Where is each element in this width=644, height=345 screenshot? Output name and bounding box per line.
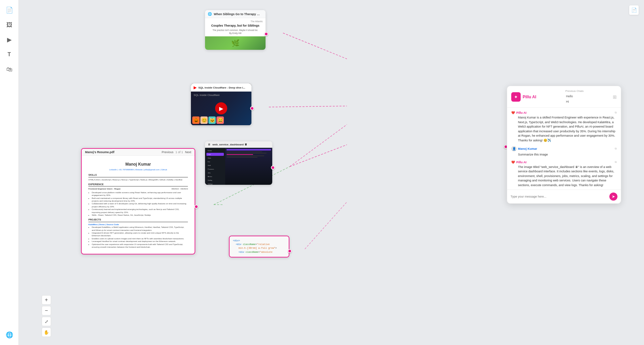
chat-msg2-sender: 👤 Manoj Kumar [511,146,537,151]
manoj-sender-label: Manoj Kumar [518,147,537,150]
article-subtext: The practice isn't common. Maybe it shou… [208,29,263,31]
chat-msg1-header: ❤️ Pillu AI ⧉ [511,111,617,114]
pillu-sender-label: Pillu AI [516,111,526,114]
youtube-icon: ▶ [194,85,197,90]
fit-button[interactable]: ⤢ [42,317,51,326]
dash-item-events: Events [206,149,224,152]
youtube-title: SQL inside Cloudflare - Deep dive i... [198,86,245,89]
resume-content: Manoj Kumar LinkedIn | +91 7879898989 | … [82,156,195,254]
resume-prev-btn[interactable]: Previous [162,150,173,154]
zoom-in-button[interactable]: + [42,295,51,305]
dash-item-logs: Logs [206,153,224,156]
dash-bar1 [227,149,271,150]
dash-line4 [227,156,264,156]
chat-message-1: ❤️ Pillu AI ⧉ Manoj Kumar is a skilled F… [511,111,617,143]
resume-header: Manoj's Resume.pdf Previous 1 of 1 Next [82,149,195,156]
chat-input[interactable] [511,195,607,198]
youtube-card: ▶ SQL inside Cloudflare - Deep dive i...… [191,83,251,125]
dash-line2 [227,153,267,153]
prev-chat-hi[interactable]: Hi [565,99,584,104]
chat-prev-chats-section: Previous Chats Hello Hi [565,90,584,104]
dash-item-provisions: Provisions [206,168,224,171]
svg-line-0 [283,33,347,59]
youtube-thumbnail: SQL inside Cloudflare ▶ 🎃 😊 🐱 😄 [191,92,251,125]
chat-panel: ✦ Pillu AI Previous Chats Hello Hi ⊞ ❤️ … [507,86,621,204]
resume-project1-name: KalaMitra | Demo | Source Code [88,223,188,226]
dashboard-title: web_service_dashboard 🖥 [212,143,247,146]
hand-tool-button[interactable]: ✋ [42,327,51,337]
article-card-title: When Siblings Go to Therapy To... [214,12,261,16]
code-line-3: min-h-[30rem] w-full grow"> [233,246,285,250]
sidebar-icon-text[interactable]: T [3,48,15,61]
svg-line-4 [290,125,347,167]
manoj-avatar: 👤 [511,146,517,151]
sidebar-icon-document[interactable]: 📄 [3,4,15,16]
code-card: <div> <div className="relative min-h-[30… [229,236,289,257]
chat-messages: ❤️ Pillu AI ⧉ Manoj Kumar is a skilled F… [507,108,621,189]
chat-message-3: ❤️ Pillu AI ⧉ The image titled "web_serv… [511,161,617,188]
dash-item-metrics: Metrics [206,175,224,178]
article-card-content: The Atlantic Couples Therapy, but for Si… [205,18,266,36]
yt-play-button[interactable]: ▶ [215,102,227,114]
resume-next-btn[interactable]: Next [185,150,191,154]
canvas: 🌐 When Siblings Go to Therapy To... The … [19,0,644,345]
dash-item-disks: Disks [206,157,224,160]
reader-mode-button[interactable]: 📄 [629,5,639,15]
dash-line3 [227,154,253,155]
dashboard-monitor-icon: 🖥 [208,143,210,146]
code-line-2: <div className="relative [233,243,285,246]
zoom-out-button[interactable]: − [42,306,51,315]
chat-header: ✦ Pillu AI Previous Chats Hello Hi ⊞ [507,86,621,108]
prev-chat-hello[interactable]: Hello [565,94,584,99]
dash-line5 [227,157,257,158]
chat-msg2-header: 👤 Manoj Kumar ⧉ [511,146,617,151]
sidebar-icon-video[interactable]: ▶ [3,34,15,46]
dashboard-inner: Events Logs Disks Env Shell Provisions J… [205,148,272,185]
connector-dot-article [264,32,268,36]
sidebar-icon-globe[interactable]: 🌐 [3,329,15,341]
resume-links: LinkedIn | +91 7879898989 | Website | pi… [88,168,188,171]
article-image: 🌿 [205,36,266,50]
copy-icon-1[interactable]: ⧉ [615,111,617,114]
chat-msg3-text: The image titled "web_service_dashboard … [511,165,617,188]
chat-expand-icon[interactable]: ⊞ [613,94,617,100]
resume-skills-label: Skills [88,173,188,177]
sidebar-icon-image[interactable]: 🖼 [3,19,15,31]
chat-msg1-text: Manoj Kumar is a skilled Frontend Engine… [511,115,617,143]
article-card: 🌐 When Siblings Go to Therapy To... The … [205,10,266,50]
connector-dot-youtube [250,106,254,110]
resume-card: Manoj's Resume.pdf Previous 1 of 1 Next … [81,148,195,254]
sidebar: 📄 🖼 ▶ T 🛍 🌐 [0,0,19,345]
svg-line-5 [305,202,347,249]
dash-item-scaling: Scaling [206,179,224,182]
connector-dot-dashboard [271,166,275,170]
copy-icon-3[interactable]: ⧉ [615,161,617,164]
resume-bullets: Developed cross-platform mobile screens … [92,191,188,217]
resume-projects-label: Projects [88,218,188,222]
yt-channel-name: SQL inside Cloudflare [194,94,220,97]
dashboard-header: 🖥 web_service_dashboard 🖥 [205,141,272,148]
globe-icon: 🌐 [208,12,212,16]
copy-icon-2[interactable]: ⧉ [615,147,617,150]
sidebar-icon-bag[interactable]: 🛍 [3,63,15,75]
code-line-1: <div> [233,239,285,243]
code-line-4: <div className="absolute [233,250,285,254]
prev-chats-label: Previous Chats [565,90,584,93]
svg-line-1 [269,106,347,107]
connector-dot-resume [194,205,198,209]
chat-input-area: ➤ [507,189,621,203]
chat-message-2: 👤 Manoj Kumar ⧉ Summarize this image [511,146,617,157]
code-content: <div> <div className="relative min-h-[30… [230,236,289,257]
dashboard-main-area [225,148,272,185]
chat-send-button[interactable]: ➤ [609,193,617,201]
pillu-avatar: ❤️ [511,111,515,114]
chat-brand-name: Pillu AI [523,95,536,99]
youtube-header: ▶ SQL inside Cloudflare - Deep dive i... [191,83,251,92]
chat-msg3-header: ❤️ Pillu AI ⧉ [511,161,617,164]
dashboard-image: Events Logs Disks Env Shell Provisions J… [205,148,272,185]
resume-exp-label: Experience [88,183,188,187]
article-source: The Atlantic [208,20,263,23]
pillu-icon: ✦ [514,94,518,100]
dash-line1 [227,151,262,152]
resume-nav: Previous 1 of 1 Next [162,150,191,154]
